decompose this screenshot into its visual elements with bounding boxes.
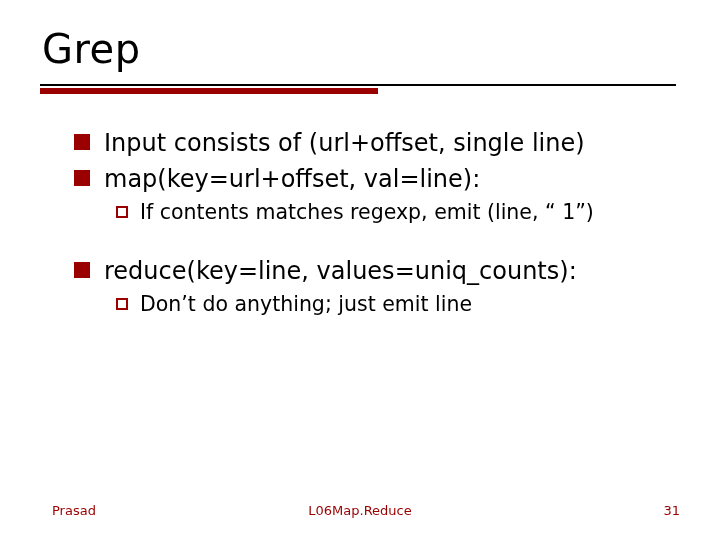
bullet-filled-icon <box>74 134 90 150</box>
bullet-hollow-icon <box>116 206 128 218</box>
slide: Grep Input consists of (url+offset, sing… <box>0 0 720 540</box>
list-sub-item: Don’t do anything; just emit line <box>116 292 684 318</box>
bullet-filled-icon <box>74 170 90 186</box>
title-underline <box>40 84 676 86</box>
slide-body: Input consists of (url+offset, single li… <box>74 128 684 325</box>
footer-page-number: 31 <box>663 503 680 518</box>
bullet-text: Don’t do anything; just emit line <box>140 292 472 318</box>
slide-title: Grep <box>42 26 141 72</box>
bullet-filled-icon <box>74 262 90 278</box>
bullet-text: If contents matches regexp, emit (line, … <box>140 200 594 226</box>
list-item: Input consists of (url+offset, single li… <box>74 128 684 158</box>
list-item: reduce(key=line, values=uniq_counts): <box>74 256 684 286</box>
list-item: map(key=url+offset, val=line): <box>74 164 684 194</box>
spacer <box>74 234 684 256</box>
footer-deck-name: L06Map.Reduce <box>0 503 720 518</box>
bullet-text: Input consists of (url+offset, single li… <box>104 128 585 158</box>
title-accent-bar <box>40 88 378 94</box>
bullet-hollow-icon <box>116 298 128 310</box>
bullet-text: map(key=url+offset, val=line): <box>104 164 480 194</box>
bullet-text: reduce(key=line, values=uniq_counts): <box>104 256 577 286</box>
list-sub-item: If contents matches regexp, emit (line, … <box>116 200 684 226</box>
